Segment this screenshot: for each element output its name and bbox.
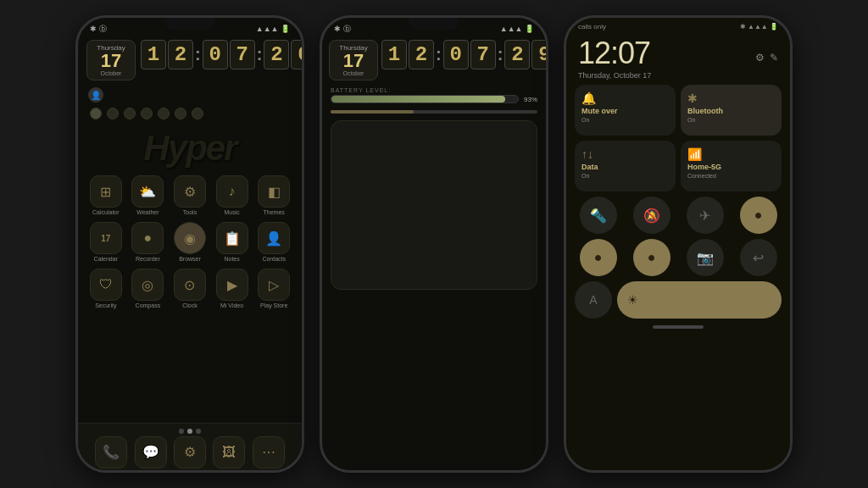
app-browser[interactable]: ◉ Browser — [170, 222, 209, 262]
cc-top-grid: 🔔 Mute over On ✱ Bluetooth On ↑↓ Data On… — [566, 85, 790, 197]
dock-settings[interactable]: ⚙ — [174, 436, 206, 469]
home-indicator-3 — [653, 325, 704, 329]
cc-btn-5[interactable]: ● — [580, 239, 617, 276]
flip-clock-2: 1 2 : 0 7 : 2 9 — [381, 40, 546, 69]
wifi-icon: 📶 — [687, 147, 775, 161]
tools-label: Tools — [183, 209, 197, 215]
mivideo-icon: ▶ — [216, 269, 248, 301]
profile-icon-1: 👤 — [88, 87, 103, 103]
data-icon: ↑↓ — [581, 147, 669, 161]
tools-icon: ⚙ — [174, 175, 206, 208]
status-right-2: ▲▲▲ 🔋 — [500, 25, 534, 33]
cc-btn-2[interactable]: 🔕 — [633, 197, 670, 234]
music-label: Music — [224, 209, 239, 215]
dot-3 — [124, 108, 136, 119]
status-right-1: ▲▲▲ 🔋 — [256, 25, 290, 33]
dock-dot-1 — [179, 429, 184, 434]
calendar-label: Calendar — [94, 256, 118, 262]
month-1: October — [92, 70, 130, 76]
cc-btn-3[interactable]: ✈ — [687, 197, 724, 234]
cc-btn-6[interactable]: ● — [633, 239, 670, 276]
flip-h1: 1 — [141, 40, 166, 69]
cc-a-button[interactable]: A — [575, 281, 612, 319]
phone-1-screen: ✱ ⓑ ▲▲▲ 🔋 Thursday 17 October 1 2 : 0 7 … — [78, 18, 302, 470]
phone-1: ✱ ⓑ ▲▲▲ 🔋 Thursday 17 October 1 2 : 0 7 … — [75, 15, 304, 473]
status-bar-2: ✱ ⓑ ▲▲▲ 🔋 — [322, 18, 546, 36]
dock-more[interactable]: ⋯ — [253, 436, 285, 469]
phone-3-screen: calls only ✱ ▲▲▲ 🔋 12:07 Thursday, Octob… — [566, 18, 790, 470]
weather-label: Weather — [136, 209, 159, 215]
month-2: October — [335, 70, 372, 76]
cc-btn-4[interactable]: ● — [740, 197, 777, 234]
app-compass[interactable]: ◎ Compass — [129, 269, 168, 308]
cc-btn-8[interactable]: ↩ — [740, 239, 777, 276]
cc-data-card[interactable]: ↑↓ Data On — [575, 141, 676, 191]
cc-mute-card[interactable]: 🔔 Mute over On — [575, 85, 676, 136]
browser-icon: ◉ — [174, 222, 206, 254]
app-security[interactable]: 🛡 Security — [86, 269, 125, 308]
cc-btn-7[interactable]: 📷 — [687, 239, 724, 276]
mivideo-label: Mi Video — [220, 302, 243, 308]
battery-fill — [331, 96, 505, 103]
dot-1 — [90, 108, 102, 119]
playstore-icon: ▷ — [258, 269, 290, 301]
slider-section[interactable] — [322, 107, 546, 117]
app-notes[interactable]: 📋 Notes — [213, 222, 252, 262]
flip2-m2: 7 — [470, 40, 496, 69]
profile-row-1: 👤 — [78, 84, 302, 106]
app-mivideo[interactable]: ▶ Mi Video — [213, 269, 252, 308]
dock-gallery[interactable]: 🖼 — [213, 436, 245, 469]
day-num-1: 17 — [92, 52, 130, 70]
clock-label: Clock — [182, 302, 198, 308]
contacts-label: Contacts — [262, 256, 286, 262]
security-label: Security — [95, 302, 116, 308]
colon-1: : — [195, 45, 201, 64]
edit-icon-3[interactable]: ✎ — [770, 52, 778, 64]
cc-brightness-slider[interactable]: ☀ — [617, 281, 782, 319]
edit-icons: ⚙ ✎ — [755, 52, 778, 64]
app-themes[interactable]: ◧ Themes — [254, 175, 293, 215]
app-music[interactable]: ♪ Music — [213, 175, 252, 215]
clock-icon: ⊙ — [174, 269, 206, 301]
bluetooth-title: Bluetooth — [687, 107, 775, 115]
app-calculator[interactable]: ⊞ Calculator — [86, 175, 125, 215]
app-calendar[interactable]: 17 Calendar — [86, 222, 125, 262]
contacts-icon: 👤 — [258, 222, 290, 254]
brightness-icon: ☀ — [627, 293, 638, 307]
notch-2 — [409, 18, 459, 30]
status-left-1: ✱ ⓑ — [90, 24, 107, 35]
app-playstore[interactable]: ▷ Play Store — [254, 269, 293, 308]
cc-wifi-card[interactable]: 📶 Home-5G Connected — [681, 141, 782, 191]
dock-phone[interactable]: 📞 — [95, 436, 127, 469]
dot-2 — [107, 108, 119, 119]
app-contacts[interactable]: 👤 Contacts — [254, 222, 293, 262]
mute-sub: On — [581, 117, 669, 123]
p3-date: Thursday, October 17 — [578, 71, 651, 80]
settings-icon-3[interactable]: ⚙ — [755, 52, 765, 64]
app-grid-row1: ⊞ Calculator ⛅ Weather ⚙ Tools ♪ Music ◧… — [78, 172, 302, 219]
data-sub: On — [581, 173, 669, 179]
phone-2: ✱ ⓑ ▲▲▲ 🔋 Thursday 17 October 1 2 : 0 7 … — [320, 15, 548, 473]
flip2-m1: 0 — [443, 40, 469, 69]
slider-fill — [331, 110, 414, 114]
app-clock[interactable]: ⊙ Clock — [170, 269, 209, 308]
cc-btn-1[interactable]: 🔦 — [580, 197, 617, 234]
status-bar-1: ✱ ⓑ ▲▲▲ 🔋 — [78, 18, 302, 36]
dot-6 — [175, 108, 186, 119]
colon2-2: : — [498, 45, 504, 64]
recorder-label: Recorder — [136, 256, 160, 262]
app-grid-row2: 17 Calendar ● Recorder ◉ Browser 📋 Notes… — [78, 219, 302, 265]
slider-track — [331, 110, 537, 114]
dock-messages[interactable]: 💬 — [135, 436, 167, 469]
hyper-logo: Hyper — [78, 121, 302, 172]
status-left-2: ✱ ⓑ — [334, 24, 351, 35]
cc-bluetooth-card[interactable]: ✱ Bluetooth On — [681, 85, 782, 136]
app-tools[interactable]: ⚙ Tools — [170, 175, 209, 215]
app-recorder[interactable]: ● Recorder — [129, 222, 168, 262]
calendar-icon: 17 — [90, 222, 122, 254]
battery-bar-container: 93% — [331, 95, 537, 103]
status-bar-3: calls only ✱ ▲▲▲ 🔋 — [566, 18, 790, 32]
flip-s2: 0 — [291, 40, 302, 69]
time-row-3: 12:07 Thursday, October 17 ⚙ ✎ — [566, 32, 790, 85]
app-weather[interactable]: ⛅ Weather — [129, 175, 168, 215]
